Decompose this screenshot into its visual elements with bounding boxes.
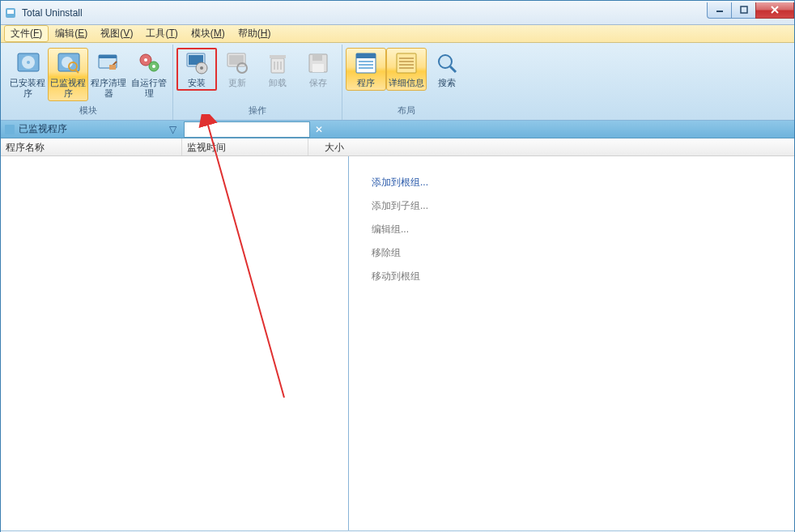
installed-programs-button[interactable]: 已安装程序 bbox=[7, 48, 48, 101]
group-label-modules: 模块 bbox=[7, 103, 169, 120]
titlebar[interactable]: Total Uninstall bbox=[1, 1, 794, 25]
update-button[interactable]: 更新 bbox=[217, 48, 257, 91]
ribbon-toolbar: 已安装程序 已监视程序 程序清理器 自运行管理 模块 bbox=[1, 43, 794, 121]
svg-rect-32 bbox=[312, 64, 324, 72]
menu-help[interactable]: 帮助(H) bbox=[232, 25, 278, 42]
application-window: Total Uninstall 文件(F) 编辑(E) 视图(V) 工具(T) … bbox=[0, 0, 795, 532]
menu-file[interactable]: 文件(F) bbox=[4, 25, 49, 42]
svg-rect-2 bbox=[716, 11, 723, 12]
uninstall-button[interactable]: 卸载 bbox=[257, 48, 298, 91]
svg-rect-36 bbox=[359, 64, 373, 66]
svg-point-17 bbox=[152, 65, 155, 68]
disc-box-magnify-icon bbox=[55, 50, 81, 76]
cleaner-button[interactable]: 程序清理器 bbox=[88, 48, 129, 101]
install-button[interactable]: 安装 bbox=[176, 48, 217, 91]
app-icon bbox=[4, 6, 17, 19]
search-icon bbox=[434, 50, 460, 76]
svg-rect-38 bbox=[397, 53, 416, 73]
ribbon-group-modules: 已安装程序 已监视程序 程序清理器 自运行管理 模块 bbox=[4, 45, 173, 120]
programs-panel-button[interactable]: 程序 bbox=[346, 48, 386, 91]
svg-rect-34 bbox=[356, 53, 376, 58]
svg-point-43 bbox=[439, 55, 452, 68]
monitor-refresh-icon bbox=[224, 50, 250, 76]
svg-rect-35 bbox=[359, 61, 373, 62]
save-button[interactable]: 保存 bbox=[298, 48, 338, 91]
trash-icon bbox=[265, 50, 291, 76]
menu-view[interactable]: 视图(V) bbox=[94, 25, 139, 42]
details-panel-button[interactable]: 详细信息 bbox=[386, 48, 427, 91]
context-add-sub: 添加到子组... bbox=[372, 194, 794, 218]
svg-rect-3 bbox=[741, 6, 747, 13]
panel-icon bbox=[4, 124, 15, 135]
svg-rect-13 bbox=[109, 65, 116, 70]
svg-rect-26 bbox=[270, 55, 286, 58]
close-button[interactable] bbox=[755, 2, 794, 19]
column-headers: 程序名称 监视时间 大小 bbox=[1, 138, 794, 156]
context-move-root: 移动到根组 bbox=[372, 265, 794, 288]
window-title: Total Uninstall bbox=[22, 7, 707, 19]
minimize-button[interactable] bbox=[707, 2, 731, 19]
body-split: 添加到根组... 添加到子组... 编辑组... 移除组 移动到根组 bbox=[1, 156, 794, 530]
col-monitor-time[interactable]: 监视时间 bbox=[182, 138, 308, 155]
window-controls bbox=[707, 2, 794, 19]
menu-modules[interactable]: 模块(M) bbox=[185, 25, 232, 42]
program-list-pane[interactable] bbox=[1, 156, 349, 530]
search-input[interactable] bbox=[184, 121, 310, 138]
svg-point-6 bbox=[27, 61, 30, 64]
disc-box-icon bbox=[15, 50, 40, 76]
gears-icon bbox=[136, 50, 162, 76]
context-remove-group: 移除组 bbox=[372, 241, 794, 265]
group-label-layout: 布局 bbox=[346, 103, 467, 120]
window-list-icon bbox=[353, 50, 379, 76]
context-add-root[interactable]: 添加到根组... bbox=[372, 171, 794, 194]
col-size[interactable]: 大小 bbox=[308, 138, 349, 155]
search-button[interactable]: 搜索 bbox=[427, 48, 467, 91]
monitored-programs-button[interactable]: 已监视程序 bbox=[48, 48, 88, 101]
filter-icon[interactable]: ▽ bbox=[166, 124, 179, 135]
col-program-name[interactable]: 程序名称 bbox=[1, 138, 182, 155]
left-panel-title: 已监视程序 bbox=[19, 122, 163, 136]
menu-edit[interactable]: 编辑(E) bbox=[49, 25, 94, 42]
details-pane: 添加到根组... 添加到子组... 编辑组... 移除组 移动到根组 bbox=[349, 156, 794, 530]
monitor-disc-icon bbox=[184, 50, 210, 76]
group-label-actions: 操作 bbox=[176, 103, 338, 120]
window-broom-icon bbox=[96, 50, 121, 76]
context-edit-group: 编辑组... bbox=[372, 218, 794, 241]
svg-rect-12 bbox=[99, 55, 117, 58]
details-list-icon bbox=[393, 50, 419, 76]
panel-header-strip: 已监视程序 ▽ ✕ bbox=[1, 121, 794, 138]
svg-rect-45 bbox=[5, 125, 15, 134]
svg-rect-31 bbox=[312, 54, 322, 61]
svg-point-21 bbox=[200, 66, 203, 70]
svg-rect-37 bbox=[359, 67, 373, 69]
menubar: 文件(F) 编辑(E) 视图(V) 工具(T) 模块(M) 帮助(H) bbox=[1, 25, 794, 43]
autorun-button[interactable]: 自运行管理 bbox=[129, 48, 169, 101]
left-panel-header: 已监视程序 ▽ bbox=[1, 122, 182, 136]
floppy-icon bbox=[305, 50, 331, 76]
ribbon-group-actions: 安装 更新 卸载 保存 操作 bbox=[173, 45, 342, 120]
menu-tools[interactable]: 工具(T) bbox=[139, 25, 184, 42]
svg-line-44 bbox=[450, 66, 456, 72]
ribbon-group-layout: 程序 详细信息 搜索 布局 bbox=[342, 45, 470, 120]
maximize-button[interactable] bbox=[731, 2, 755, 19]
svg-point-15 bbox=[144, 58, 147, 62]
clear-search-button[interactable]: ✕ bbox=[312, 124, 326, 135]
svg-rect-1 bbox=[7, 10, 14, 14]
